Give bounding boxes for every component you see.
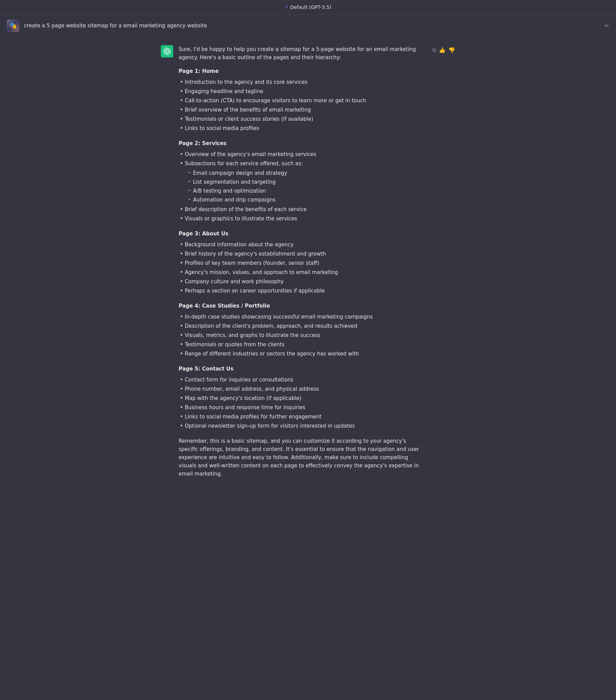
page-section-case-studies: Page 4: Case Studies / Portfolio In-dept… [178, 302, 427, 358]
home-bullets: Introduction to the agency and its core … [178, 78, 427, 133]
case-bullet-2: Description of the client's problem, app… [178, 322, 427, 330]
bot-avatar [161, 45, 173, 58]
thumbs-up-icon[interactable]: 👍 [439, 46, 446, 478]
home-bullet-3: Call-to-action (CTA) to encourage visito… [178, 97, 427, 105]
sub-bullet-email-campaign: Email campaign design and strategy [187, 169, 427, 177]
contact-bullet-4: Business hours and response time for inq… [178, 403, 427, 412]
services-bullet-4: Visuals or graphics to illustrate the se… [178, 214, 427, 223]
contact-bullet-3: Map with the agency's location (if appli… [178, 394, 427, 402]
page-title-case-studies: Page 4: Case Studies / Portfolio [178, 302, 427, 310]
chat-header: 🎭 create a 5 page website sitemap for a … [0, 15, 616, 37]
edit-icon[interactable]: ✏️ [605, 22, 609, 30]
page-section-contact: Page 5: Contact Us Contact form for inqu… [178, 365, 427, 430]
closing-text: Remember, this is a basic sitemap, and y… [178, 437, 427, 478]
page-title-home: Page 1: Home [178, 67, 427, 75]
thumbs-down-icon[interactable]: 👎 [448, 46, 455, 478]
case-bullet-3: Visuals, metrics, and graphs to illustra… [178, 331, 427, 339]
sub-bullet-list-segmentation: List segmentation and targeting [187, 178, 427, 186]
model-selector[interactable]: ⚡ Default (GPT-3.5) [285, 3, 331, 11]
services-bullets-cont: Brief description of the benefits of eac… [178, 205, 427, 223]
about-bullet-2: Brief history of the agency's establishm… [178, 250, 427, 258]
page-section-home: Page 1: Home Introduction to the agency … [178, 67, 427, 133]
top-bar: ⚡ Default (GPT-3.5) [0, 0, 616, 15]
home-bullet-2: Engaging headline and tagline [178, 87, 427, 96]
contact-bullet-1: Contact form for inquiries or consultati… [178, 376, 427, 384]
copy-icon[interactable]: ⧉ [432, 46, 436, 478]
page-title-services: Page 2: Services [178, 139, 427, 148]
services-bullet-1: Overview of the agency's email marketing… [178, 150, 427, 159]
message-content: Sure, I'd be happy to help you create a … [178, 45, 427, 478]
contact-bullet-6: Optional newsletter sign-up form for vis… [178, 422, 427, 430]
contact-bullet-2: Phone number, email address, and physica… [178, 385, 427, 393]
contact-bullet-5: Links to social media profiles for furth… [178, 413, 427, 421]
case-bullet-4: Testimonials or quotes from the clients [178, 340, 427, 349]
home-bullet-4: Brief overview of the benefits of email … [178, 106, 427, 114]
services-bullets: Overview of the agency's email marketing… [178, 150, 427, 168]
home-bullet-5: Testimonials or client success stories (… [178, 115, 427, 123]
page-title-contact: Page 5: Contact Us [178, 365, 427, 373]
about-bullet-3: Profiles of key team members (founder, s… [178, 259, 427, 267]
message-container: Sure, I'd be happy to help you create a … [154, 37, 462, 486]
sub-bullet-ab-testing: A/B testing and optimization [187, 187, 427, 195]
home-bullet-6: Links to social media profiles [178, 124, 427, 133]
user-avatar: 🎭 [7, 20, 19, 32]
chat-prompt: create a 5 page website sitemap for a em… [24, 22, 600, 30]
about-bullet-6: Perhaps a section on career opportunitie… [178, 287, 427, 295]
lightning-icon: ⚡ [285, 3, 288, 11]
message-actions: ⧉ 👍 👎 [432, 46, 455, 478]
response-intro: Sure, I'd be happy to help you create a … [178, 45, 427, 62]
case-bullet-1: In-depth case studies showcasing success… [178, 313, 427, 321]
page-section-services: Page 2: Services Overview of the agency'… [178, 139, 427, 223]
services-bullet-3: Brief description of the benefits of eac… [178, 205, 427, 213]
case-studies-bullets: In-depth case studies showcasing success… [178, 313, 427, 358]
about-bullet-5: Company culture and work philosophy [178, 277, 427, 286]
sub-bullet-automation: Automation and drip campaigns [187, 196, 427, 204]
model-name: Default (GPT-3.5) [290, 3, 331, 11]
about-bullets: Background information about the agency … [178, 240, 427, 295]
services-bullet-2: Subsections for each service offered, su… [178, 160, 427, 168]
about-bullet-4: Agency's mission, values, and approach t… [178, 268, 427, 276]
services-sub-bullets: Email campaign design and strategy List … [187, 169, 427, 204]
page-section-about: Page 3: About Us Background information … [178, 229, 427, 295]
contact-bullets: Contact form for inquiries or consultati… [178, 376, 427, 430]
case-bullet-5: Range of different industries or sectors… [178, 350, 427, 358]
about-bullet-1: Background information about the agency [178, 240, 427, 249]
home-bullet-1: Introduction to the agency and its core … [178, 78, 427, 86]
page-title-about: Page 3: About Us [178, 229, 427, 238]
